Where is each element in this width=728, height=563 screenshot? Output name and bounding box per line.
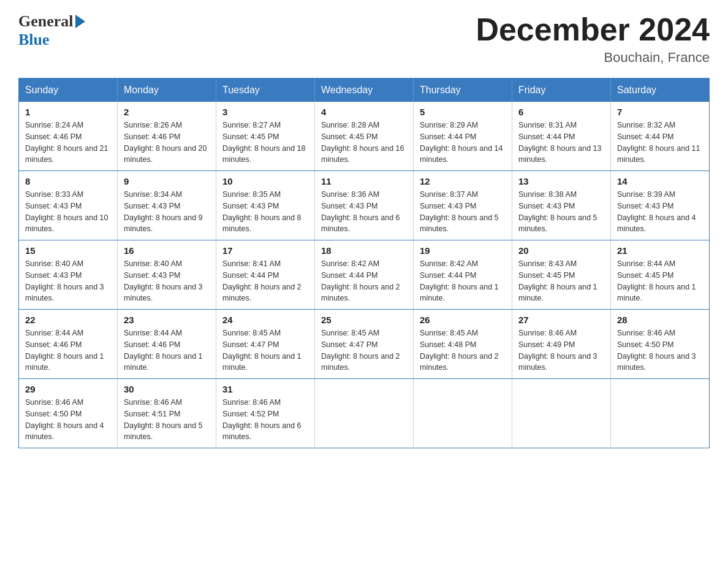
day-number: 14 (617, 176, 703, 186)
day-number: 31 (222, 384, 308, 394)
day-number: 28 (617, 315, 703, 325)
day-number: 27 (518, 315, 604, 325)
day-info: Sunrise: 8:44 AMSunset: 4:45 PMDaylight:… (617, 258, 703, 304)
day-info: Sunrise: 8:28 AMSunset: 4:45 PMDaylight:… (321, 120, 407, 166)
calendar-cell: 20 Sunrise: 8:43 AMSunset: 4:45 PMDaylig… (512, 240, 611, 310)
calendar-cell: 19 Sunrise: 8:42 AMSunset: 4:44 PMDaylig… (414, 240, 512, 310)
title-section: December 2024 Bouchain, France (476, 12, 710, 66)
day-number: 8 (25, 176, 111, 186)
calendar-cell: 1 Sunrise: 8:24 AMSunset: 4:46 PMDayligh… (19, 102, 118, 171)
day-number: 11 (321, 176, 407, 186)
calendar-cell (414, 379, 512, 448)
weekday-header-row: SundayMondayTuesdayWednesdayThursdayFrid… (19, 79, 710, 102)
day-info: Sunrise: 8:46 AMSunset: 4:50 PMDaylight:… (617, 327, 703, 373)
weekday-header-tuesday: Tuesday (216, 79, 315, 102)
day-info: Sunrise: 8:45 AMSunset: 4:47 PMDaylight:… (222, 327, 308, 373)
day-info: Sunrise: 8:38 AMSunset: 4:43 PMDaylight:… (518, 189, 604, 235)
weekday-header-monday: Monday (118, 79, 216, 102)
day-number: 6 (518, 107, 604, 117)
calendar-cell: 5 Sunrise: 8:29 AMSunset: 4:44 PMDayligh… (414, 102, 512, 171)
calendar-cell: 15 Sunrise: 8:40 AMSunset: 4:43 PMDaylig… (19, 240, 118, 310)
day-info: Sunrise: 8:40 AMSunset: 4:43 PMDaylight:… (124, 258, 210, 304)
day-number: 16 (124, 245, 210, 256)
day-number: 9 (124, 176, 210, 186)
calendar-cell: 29 Sunrise: 8:46 AMSunset: 4:50 PMDaylig… (19, 379, 118, 448)
calendar-cell: 22 Sunrise: 8:44 AMSunset: 4:46 PMDaylig… (19, 310, 118, 379)
page-header: General Blue December 2024 Bouchain, Fra… (18, 12, 710, 66)
weekday-header-thursday: Thursday (414, 79, 512, 102)
calendar-cell (512, 379, 611, 448)
day-info: Sunrise: 8:46 AMSunset: 4:51 PMDaylight:… (124, 397, 210, 443)
logo-blue-text: Blue (18, 31, 50, 48)
day-info: Sunrise: 8:32 AMSunset: 4:44 PMDaylight:… (617, 120, 703, 166)
day-info: Sunrise: 8:45 AMSunset: 4:48 PMDaylight:… (420, 327, 506, 373)
day-info: Sunrise: 8:39 AMSunset: 4:43 PMDaylight:… (617, 189, 703, 235)
calendar-cell: 11 Sunrise: 8:36 AMSunset: 4:43 PMDaylig… (315, 171, 414, 240)
weekday-header-sunday: Sunday (19, 79, 118, 102)
calendar-week-row: 15 Sunrise: 8:40 AMSunset: 4:43 PMDaylig… (19, 240, 710, 310)
day-number: 25 (321, 315, 407, 325)
day-info: Sunrise: 8:46 AMSunset: 4:52 PMDaylight:… (222, 397, 308, 443)
weekday-header-friday: Friday (512, 79, 611, 102)
day-info: Sunrise: 8:46 AMSunset: 4:50 PMDaylight:… (25, 397, 111, 443)
weekday-header-saturday: Saturday (611, 79, 710, 102)
calendar-cell: 13 Sunrise: 8:38 AMSunset: 4:43 PMDaylig… (512, 171, 611, 240)
calendar-cell: 3 Sunrise: 8:27 AMSunset: 4:45 PMDayligh… (216, 102, 315, 171)
day-info: Sunrise: 8:31 AMSunset: 4:44 PMDaylight:… (518, 120, 604, 166)
calendar-cell: 10 Sunrise: 8:35 AMSunset: 4:43 PMDaylig… (216, 171, 315, 240)
day-info: Sunrise: 8:44 AMSunset: 4:46 PMDaylight:… (124, 327, 210, 373)
day-number: 10 (222, 176, 308, 186)
day-number: 20 (518, 245, 604, 256)
calendar-cell: 31 Sunrise: 8:46 AMSunset: 4:52 PMDaylig… (216, 379, 315, 448)
day-info: Sunrise: 8:37 AMSunset: 4:43 PMDaylight:… (420, 189, 506, 235)
calendar-cell: 7 Sunrise: 8:32 AMSunset: 4:44 PMDayligh… (611, 102, 710, 171)
calendar-cell: 6 Sunrise: 8:31 AMSunset: 4:44 PMDayligh… (512, 102, 611, 171)
calendar-cell: 25 Sunrise: 8:45 AMSunset: 4:47 PMDaylig… (315, 310, 414, 379)
day-number: 18 (321, 245, 407, 256)
day-number: 13 (518, 176, 604, 186)
day-info: Sunrise: 8:34 AMSunset: 4:43 PMDaylight:… (124, 189, 210, 235)
day-number: 3 (222, 107, 308, 117)
day-info: Sunrise: 8:41 AMSunset: 4:44 PMDaylight:… (222, 258, 308, 304)
day-info: Sunrise: 8:24 AMSunset: 4:46 PMDaylight:… (25, 120, 111, 166)
day-number: 26 (420, 315, 506, 325)
calendar-cell: 28 Sunrise: 8:46 AMSunset: 4:50 PMDaylig… (611, 310, 710, 379)
day-number: 15 (25, 245, 111, 256)
day-info: Sunrise: 8:36 AMSunset: 4:43 PMDaylight:… (321, 189, 407, 235)
calendar-cell: 26 Sunrise: 8:45 AMSunset: 4:48 PMDaylig… (414, 310, 512, 379)
calendar-cell: 4 Sunrise: 8:28 AMSunset: 4:45 PMDayligh… (315, 102, 414, 171)
calendar-cell: 21 Sunrise: 8:44 AMSunset: 4:45 PMDaylig… (611, 240, 710, 310)
day-info: Sunrise: 8:27 AMSunset: 4:45 PMDaylight:… (222, 120, 308, 166)
calendar-cell: 24 Sunrise: 8:45 AMSunset: 4:47 PMDaylig… (216, 310, 315, 379)
day-info: Sunrise: 8:42 AMSunset: 4:44 PMDaylight:… (420, 258, 506, 304)
day-info: Sunrise: 8:26 AMSunset: 4:46 PMDaylight:… (124, 120, 210, 166)
day-number: 24 (222, 315, 308, 325)
day-info: Sunrise: 8:33 AMSunset: 4:43 PMDaylight:… (25, 189, 111, 235)
calendar-cell: 8 Sunrise: 8:33 AMSunset: 4:43 PMDayligh… (19, 171, 118, 240)
logo-triangle-icon (75, 15, 85, 28)
calendar-cell: 18 Sunrise: 8:42 AMSunset: 4:44 PMDaylig… (315, 240, 414, 310)
calendar-cell (611, 379, 710, 448)
day-number: 23 (124, 315, 210, 325)
day-info: Sunrise: 8:40 AMSunset: 4:43 PMDaylight:… (25, 258, 111, 304)
day-number: 22 (25, 315, 111, 325)
calendar-table: SundayMondayTuesdayWednesdayThursdayFrid… (18, 78, 710, 448)
month-title: December 2024 (476, 12, 710, 47)
day-number: 17 (222, 245, 308, 256)
calendar-cell: 12 Sunrise: 8:37 AMSunset: 4:43 PMDaylig… (414, 171, 512, 240)
calendar-cell: 23 Sunrise: 8:44 AMSunset: 4:46 PMDaylig… (118, 310, 216, 379)
calendar-cell: 16 Sunrise: 8:40 AMSunset: 4:43 PMDaylig… (118, 240, 216, 310)
day-info: Sunrise: 8:44 AMSunset: 4:46 PMDaylight:… (25, 327, 111, 373)
location-label: Bouchain, France (476, 50, 710, 66)
day-number: 7 (617, 107, 703, 117)
day-info: Sunrise: 8:35 AMSunset: 4:43 PMDaylight:… (222, 189, 308, 235)
calendar-cell: 17 Sunrise: 8:41 AMSunset: 4:44 PMDaylig… (216, 240, 315, 310)
day-number: 30 (124, 384, 210, 394)
calendar-week-row: 1 Sunrise: 8:24 AMSunset: 4:46 PMDayligh… (19, 102, 710, 171)
day-number: 2 (124, 107, 210, 117)
day-number: 19 (420, 245, 506, 256)
calendar-cell: 30 Sunrise: 8:46 AMSunset: 4:51 PMDaylig… (118, 379, 216, 448)
day-info: Sunrise: 8:29 AMSunset: 4:44 PMDaylight:… (420, 120, 506, 166)
logo: General Blue (18, 12, 85, 49)
calendar-week-row: 8 Sunrise: 8:33 AMSunset: 4:43 PMDayligh… (19, 171, 710, 240)
